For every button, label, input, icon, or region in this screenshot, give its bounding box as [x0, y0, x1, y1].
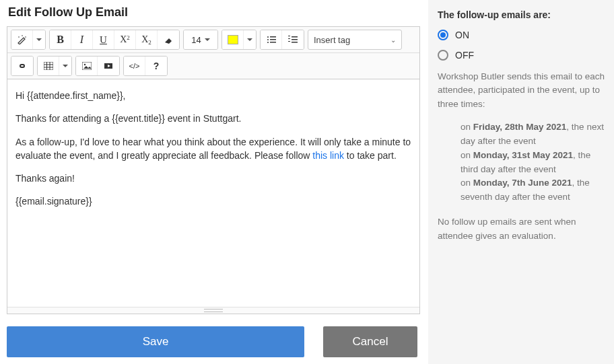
- link-icon[interactable]: [11, 57, 33, 75]
- underline-button[interactable]: U: [93, 30, 114, 49]
- insert-tag-label: Insert tag: [314, 35, 350, 45]
- highlight-color-dropdown[interactable]: [244, 30, 256, 49]
- image-icon[interactable]: [76, 57, 98, 75]
- sidebar-heading: The follow-up emails are:: [438, 9, 607, 20]
- style-dropdown[interactable]: [33, 30, 45, 49]
- svg-point-3: [267, 36, 269, 38]
- magic-icon[interactable]: [11, 30, 33, 49]
- cancel-button[interactable]: Cancel: [323, 326, 417, 357]
- richtext-editor: B I U X2 X2 14: [7, 26, 420, 314]
- radio-on-indicator: [438, 30, 448, 40]
- svg-point-1: [18, 36, 20, 38]
- svg-point-21: [83, 64, 85, 65]
- save-button[interactable]: Save: [7, 326, 304, 357]
- schedule-line-3: on Monday, 7th June 2021, the seventh da…: [460, 176, 607, 205]
- body-p1: Hi {{attendee.first_name}},: [15, 89, 411, 102]
- body-p2: Thanks for attending a {{event.title}} e…: [15, 112, 411, 125]
- chevron-down-icon: ⌄: [390, 36, 396, 44]
- font-size-selector[interactable]: 14: [184, 30, 217, 49]
- help-button[interactable]: ?: [145, 57, 167, 75]
- svg-rect-15: [44, 62, 53, 70]
- sidebar-desc: Workshop Butler sends this email to each…: [438, 70, 607, 111]
- schedule-line-2: on Monday, 31st May 2021, the third day …: [460, 149, 607, 177]
- svg-rect-8: [270, 42, 276, 43]
- ordered-list-button[interactable]: [282, 30, 304, 49]
- svg-point-5: [267, 39, 269, 40]
- radio-on[interactable]: ON: [438, 30, 607, 40]
- unordered-list-button[interactable]: [261, 30, 282, 49]
- radio-on-label: ON: [455, 30, 469, 40]
- video-icon[interactable]: [98, 57, 119, 75]
- radio-off[interactable]: OFF: [438, 50, 607, 61]
- font-size-value: 14: [191, 35, 201, 45]
- svg-rect-12: [288, 36, 290, 36]
- table-icon[interactable]: [38, 57, 59, 75]
- body-p5: {{email.signature}}: [15, 194, 411, 208]
- sidebar: The follow-up emails are: ON OFF Worksho…: [428, 0, 614, 364]
- schedule-line-1: on Friday, 28th May 2021, the next day a…: [460, 120, 607, 149]
- radio-off-indicator: [438, 50, 448, 61]
- page-title: Edit Follow Up Email: [8, 5, 421, 20]
- svg-rect-14: [288, 41, 290, 42]
- svg-rect-9: [292, 36, 298, 38]
- resize-handle[interactable]: [7, 307, 419, 314]
- subscript-button[interactable]: X2: [136, 30, 158, 49]
- svg-rect-6: [270, 39, 276, 40]
- svg-point-2: [22, 35, 23, 36]
- svg-rect-4: [270, 36, 276, 38]
- toolbar-row-1: B I U X2 X2 14: [7, 27, 419, 53]
- body-p3: As a follow-up, I'd love to hear what yo…: [15, 135, 411, 163]
- svg-rect-20: [82, 62, 92, 70]
- italic-button[interactable]: I: [71, 30, 93, 49]
- svg-rect-11: [292, 42, 298, 43]
- svg-rect-13: [288, 38, 290, 39]
- schedule-list: on Friday, 28th May 2021, the next day a…: [460, 120, 607, 205]
- svg-rect-10: [292, 39, 298, 40]
- insert-tag-select[interactable]: Insert tag ⌄: [308, 30, 402, 50]
- body-p4: Thanks again!: [15, 172, 411, 185]
- radio-off-label: OFF: [455, 50, 474, 61]
- svg-point-7: [267, 42, 269, 43]
- toolbar-row-2: </> ?: [7, 53, 419, 79]
- eraser-icon[interactable]: [158, 30, 179, 49]
- bold-button[interactable]: B: [50, 30, 71, 49]
- highlight-color-button[interactable]: [222, 30, 244, 49]
- this-link[interactable]: this link: [312, 150, 344, 161]
- code-view-button[interactable]: </>: [124, 57, 145, 75]
- sidebar-note: No follow up emails are sent when attend…: [438, 215, 607, 243]
- svg-point-0: [25, 36, 26, 38]
- editor-content[interactable]: Hi {{attendee.first_name}}, Thanks for a…: [7, 79, 419, 307]
- superscript-button[interactable]: X2: [114, 30, 136, 49]
- table-dropdown[interactable]: [59, 57, 71, 75]
